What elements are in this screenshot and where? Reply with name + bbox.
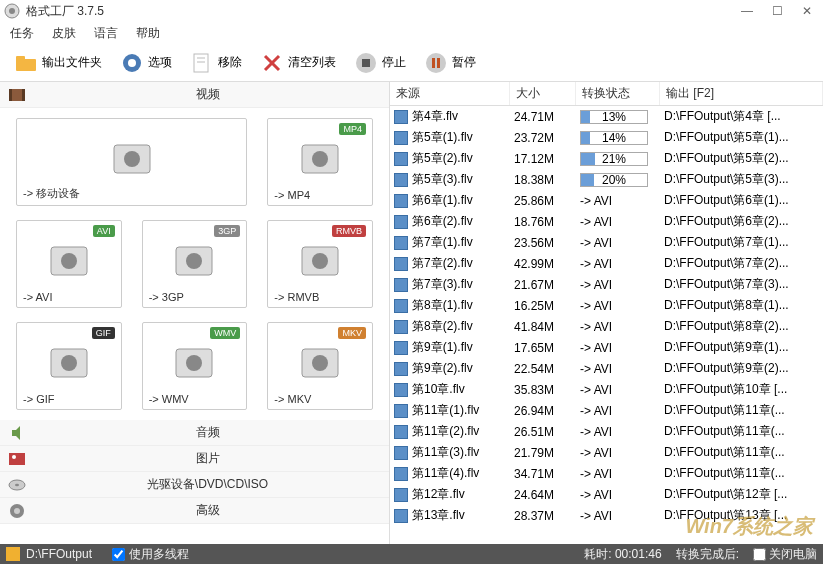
file-size: 23.56M bbox=[510, 236, 576, 250]
options-button[interactable]: 选项 bbox=[114, 49, 178, 77]
table-row[interactable]: 第11章(4).flv34.71M-> AVID:\FFOutput\第11章(… bbox=[390, 463, 823, 484]
file-size: 34.71M bbox=[510, 467, 576, 481]
disc-icon bbox=[8, 476, 26, 494]
shutdown-checkbox[interactable]: 关闭电脑 bbox=[753, 546, 817, 563]
category-video[interactable]: 视频 bbox=[0, 82, 389, 108]
format-badge: WMV bbox=[210, 327, 240, 339]
table-row[interactable]: 第9章(2).flv22.54M-> AVID:\FFOutput\第9章(2)… bbox=[390, 358, 823, 379]
maximize-button[interactable]: ☐ bbox=[771, 5, 783, 17]
file-icon bbox=[394, 488, 408, 502]
file-size: 24.71M bbox=[510, 110, 576, 124]
output-folder-button[interactable]: 输出文件夹 bbox=[8, 49, 108, 77]
file-icon bbox=[394, 404, 408, 418]
table-row[interactable]: 第5章(2).flv17.12M21%D:\FFOutput\第5章(2)... bbox=[390, 148, 823, 169]
table-row[interactable]: 第12章.flv24.64M-> AVID:\FFOutput\第12章 [..… bbox=[390, 484, 823, 505]
clear-list-button[interactable]: 清空列表 bbox=[254, 49, 342, 77]
file-icon bbox=[394, 467, 408, 481]
elapsed-time: 耗时: 00:01:46 bbox=[584, 546, 661, 563]
file-output: D:\FFOutput\第11章(... bbox=[660, 402, 823, 419]
file-size: 26.94M bbox=[510, 404, 576, 418]
table-row[interactable]: 第5章(1).flv23.72M14%D:\FFOutput\第5章(1)... bbox=[390, 127, 823, 148]
file-output: D:\FFOutput\第8章(1)... bbox=[660, 297, 823, 314]
format-label: -> GIF bbox=[23, 393, 54, 405]
svg-rect-12 bbox=[362, 59, 370, 67]
file-status: -> AVI bbox=[576, 215, 660, 229]
table-row[interactable]: 第10章.flv35.83M-> AVID:\FFOutput\第10章 [..… bbox=[390, 379, 823, 400]
svg-point-32 bbox=[186, 355, 202, 371]
app-icon bbox=[4, 3, 20, 19]
folder-small-icon[interactable] bbox=[6, 547, 20, 561]
file-status: -> AVI bbox=[576, 509, 660, 523]
category-picture[interactable]: 图片 bbox=[0, 446, 389, 472]
col-size[interactable]: 大小 bbox=[510, 82, 576, 105]
file-output: D:\FFOutput\第7章(3)... bbox=[660, 276, 823, 293]
menu-task[interactable]: 任务 bbox=[10, 25, 34, 42]
file-status: -> AVI bbox=[576, 467, 660, 481]
format-card-avi[interactable]: AVI-> AVI bbox=[16, 220, 122, 308]
category-disc[interactable]: 光驱设备\DVD\CD\ISO bbox=[0, 472, 389, 498]
minimize-button[interactable]: — bbox=[741, 5, 753, 17]
file-size: 22.54M bbox=[510, 362, 576, 376]
file-size: 25.86M bbox=[510, 194, 576, 208]
format-icon bbox=[45, 343, 93, 383]
table-row[interactable]: 第4章.flv24.71M13%D:\FFOutput\第4章 [... bbox=[390, 106, 823, 127]
stop-button[interactable]: 停止 bbox=[348, 49, 412, 77]
table-row[interactable]: 第5章(3).flv18.38M20%D:\FFOutput\第5章(3)... bbox=[390, 169, 823, 190]
col-source[interactable]: 来源 bbox=[390, 82, 510, 105]
format-card-rmvb[interactable]: RMVB-> RMVB bbox=[267, 220, 373, 308]
svg-rect-6 bbox=[194, 54, 208, 72]
format-card-mp4[interactable]: MP4-> MP4 bbox=[267, 118, 373, 206]
file-name: 第6章(2).flv bbox=[412, 213, 473, 230]
svg-point-28 bbox=[312, 253, 328, 269]
table-row[interactable]: 第13章.flv28.37M-> AVID:\FFOutput\第13章 [..… bbox=[390, 505, 823, 526]
table-row[interactable]: 第6章(1).flv25.86M-> AVID:\FFOutput\第6章(1)… bbox=[390, 190, 823, 211]
column-headers: 来源 大小 转换状态 输出 [F2] bbox=[390, 82, 823, 106]
format-card-[interactable]: -> 移动设备 bbox=[16, 118, 247, 206]
file-output: D:\FFOutput\第9章(2)... bbox=[660, 360, 823, 377]
category-audio[interactable]: 音频 bbox=[0, 420, 389, 446]
format-card-3gp[interactable]: 3GP-> 3GP bbox=[142, 220, 248, 308]
col-status[interactable]: 转换状态 bbox=[576, 82, 660, 105]
table-row[interactable]: 第8章(1).flv16.25M-> AVID:\FFOutput\第8章(1)… bbox=[390, 295, 823, 316]
format-card-wmv[interactable]: WMV-> WMV bbox=[142, 322, 248, 410]
table-row[interactable]: 第7章(1).flv23.56M-> AVID:\FFOutput\第7章(1)… bbox=[390, 232, 823, 253]
table-row[interactable]: 第11章(1).flv26.94M-> AVID:\FFOutput\第11章(… bbox=[390, 400, 823, 421]
menu-lang[interactable]: 语言 bbox=[94, 25, 118, 42]
format-badge: MP4 bbox=[339, 123, 366, 135]
col-output[interactable]: 输出 [F2] bbox=[660, 82, 823, 105]
pause-button[interactable]: 暂停 bbox=[418, 49, 482, 77]
category-advanced[interactable]: 高级 bbox=[0, 498, 389, 524]
svg-point-36 bbox=[12, 455, 16, 459]
svg-rect-35 bbox=[9, 453, 25, 465]
clear-icon bbox=[260, 51, 284, 75]
file-icon bbox=[394, 362, 408, 376]
close-button[interactable]: ✕ bbox=[801, 5, 813, 17]
remove-button[interactable]: 移除 bbox=[184, 49, 248, 77]
svg-point-20 bbox=[124, 151, 140, 167]
video-icon bbox=[8, 86, 26, 104]
file-output: D:\FFOutput\第5章(3)... bbox=[660, 171, 823, 188]
table-row[interactable]: 第6章(2).flv18.76M-> AVID:\FFOutput\第6章(2)… bbox=[390, 211, 823, 232]
format-card-mkv[interactable]: MKV-> MKV bbox=[267, 322, 373, 410]
file-name: 第11章(4).flv bbox=[412, 465, 479, 482]
table-row[interactable]: 第11章(3).flv21.79M-> AVID:\FFOutput\第11章(… bbox=[390, 442, 823, 463]
table-row[interactable]: 第8章(2).flv41.84M-> AVID:\FFOutput\第8章(2)… bbox=[390, 316, 823, 337]
file-output: D:\FFOutput\第5章(1)... bbox=[660, 129, 823, 146]
table-row[interactable]: 第7章(3).flv21.67M-> AVID:\FFOutput\第7章(3)… bbox=[390, 274, 823, 295]
format-icon bbox=[296, 343, 344, 383]
toolbar: 输出文件夹 选项 移除 清空列表 停止 暂停 bbox=[0, 44, 823, 82]
file-name: 第7章(3).flv bbox=[412, 276, 473, 293]
menu-skin[interactable]: 皮肤 bbox=[52, 25, 76, 42]
table-row[interactable]: 第9章(1).flv17.65M-> AVID:\FFOutput\第9章(1)… bbox=[390, 337, 823, 358]
file-icon bbox=[394, 278, 408, 292]
file-status: -> AVI bbox=[576, 362, 660, 376]
menubar: 任务 皮肤 语言 帮助 bbox=[0, 22, 823, 44]
multithread-checkbox[interactable]: 使用多线程 bbox=[112, 546, 189, 563]
table-row[interactable]: 第7章(2).flv42.99M-> AVID:\FFOutput\第7章(2)… bbox=[390, 253, 823, 274]
format-card-gif[interactable]: GIF-> GIF bbox=[16, 322, 122, 410]
table-row[interactable]: 第11章(2).flv26.51M-> AVID:\FFOutput\第11章(… bbox=[390, 421, 823, 442]
menu-help[interactable]: 帮助 bbox=[136, 25, 160, 42]
file-output: D:\FFOutput\第11章(... bbox=[660, 444, 823, 461]
file-status: 14% bbox=[576, 131, 660, 145]
pause-icon bbox=[424, 51, 448, 75]
